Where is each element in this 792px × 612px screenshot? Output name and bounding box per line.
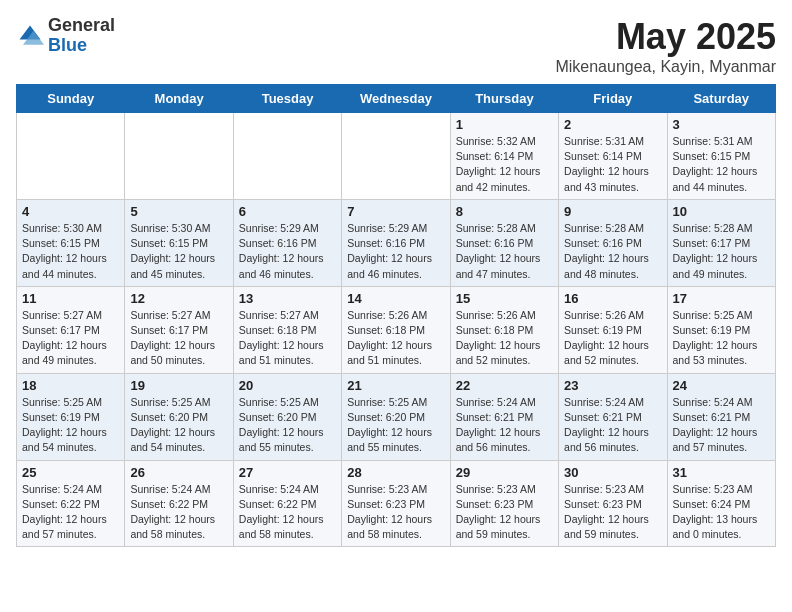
day-number: 13 [239, 291, 336, 306]
logo-icon [16, 22, 44, 50]
page-header: General Blue May 2025 Mikenaungea, Kayin… [16, 16, 776, 76]
day-number: 17 [673, 291, 770, 306]
calendar-cell: 30Sunrise: 5:23 AM Sunset: 6:23 PM Dayli… [559, 460, 667, 547]
calendar-cell: 28Sunrise: 5:23 AM Sunset: 6:23 PM Dayli… [342, 460, 450, 547]
day-number: 8 [456, 204, 553, 219]
day-number: 30 [564, 465, 661, 480]
day-number: 3 [673, 117, 770, 132]
calendar-cell: 10Sunrise: 5:28 AM Sunset: 6:17 PM Dayli… [667, 199, 775, 286]
calendar-week: 11Sunrise: 5:27 AM Sunset: 6:17 PM Dayli… [17, 286, 776, 373]
calendar-cell: 27Sunrise: 5:24 AM Sunset: 6:22 PM Dayli… [233, 460, 341, 547]
calendar-cell: 11Sunrise: 5:27 AM Sunset: 6:17 PM Dayli… [17, 286, 125, 373]
calendar-cell: 31Sunrise: 5:23 AM Sunset: 6:24 PM Dayli… [667, 460, 775, 547]
day-number: 22 [456, 378, 553, 393]
calendar-header: SundayMondayTuesdayWednesdayThursdayFrid… [17, 85, 776, 113]
calendar-cell: 14Sunrise: 5:26 AM Sunset: 6:18 PM Dayli… [342, 286, 450, 373]
day-info: Sunrise: 5:28 AM Sunset: 6:16 PM Dayligh… [564, 221, 661, 282]
day-number: 2 [564, 117, 661, 132]
day-info: Sunrise: 5:31 AM Sunset: 6:14 PM Dayligh… [564, 134, 661, 195]
day-number: 12 [130, 291, 227, 306]
calendar-table: SundayMondayTuesdayWednesdayThursdayFrid… [16, 84, 776, 547]
day-number: 19 [130, 378, 227, 393]
day-info: Sunrise: 5:27 AM Sunset: 6:17 PM Dayligh… [130, 308, 227, 369]
calendar-body: 1Sunrise: 5:32 AM Sunset: 6:14 PM Daylig… [17, 113, 776, 547]
day-number: 10 [673, 204, 770, 219]
calendar-cell [233, 113, 341, 200]
day-info: Sunrise: 5:25 AM Sunset: 6:20 PM Dayligh… [239, 395, 336, 456]
calendar-cell: 26Sunrise: 5:24 AM Sunset: 6:22 PM Dayli… [125, 460, 233, 547]
day-info: Sunrise: 5:28 AM Sunset: 6:17 PM Dayligh… [673, 221, 770, 282]
day-info: Sunrise: 5:24 AM Sunset: 6:21 PM Dayligh… [673, 395, 770, 456]
calendar-cell [17, 113, 125, 200]
calendar-cell: 18Sunrise: 5:25 AM Sunset: 6:19 PM Dayli… [17, 373, 125, 460]
calendar-cell: 20Sunrise: 5:25 AM Sunset: 6:20 PM Dayli… [233, 373, 341, 460]
calendar-cell: 9Sunrise: 5:28 AM Sunset: 6:16 PM Daylig… [559, 199, 667, 286]
day-info: Sunrise: 5:30 AM Sunset: 6:15 PM Dayligh… [130, 221, 227, 282]
day-info: Sunrise: 5:25 AM Sunset: 6:19 PM Dayligh… [673, 308, 770, 369]
day-number: 18 [22, 378, 119, 393]
day-info: Sunrise: 5:23 AM Sunset: 6:23 PM Dayligh… [347, 482, 444, 543]
day-number: 31 [673, 465, 770, 480]
calendar-cell: 23Sunrise: 5:24 AM Sunset: 6:21 PM Dayli… [559, 373, 667, 460]
calendar-cell: 24Sunrise: 5:24 AM Sunset: 6:21 PM Dayli… [667, 373, 775, 460]
weekday-header: Wednesday [342, 85, 450, 113]
calendar-cell: 22Sunrise: 5:24 AM Sunset: 6:21 PM Dayli… [450, 373, 558, 460]
weekday-header: Monday [125, 85, 233, 113]
calendar-cell: 8Sunrise: 5:28 AM Sunset: 6:16 PM Daylig… [450, 199, 558, 286]
calendar-cell [125, 113, 233, 200]
day-info: Sunrise: 5:24 AM Sunset: 6:22 PM Dayligh… [130, 482, 227, 543]
day-number: 25 [22, 465, 119, 480]
calendar-week: 1Sunrise: 5:32 AM Sunset: 6:14 PM Daylig… [17, 113, 776, 200]
header-row: SundayMondayTuesdayWednesdayThursdayFrid… [17, 85, 776, 113]
calendar-cell [342, 113, 450, 200]
title-block: May 2025 Mikenaungea, Kayin, Myanmar [555, 16, 776, 76]
calendar-cell: 21Sunrise: 5:25 AM Sunset: 6:20 PM Dayli… [342, 373, 450, 460]
day-info: Sunrise: 5:26 AM Sunset: 6:18 PM Dayligh… [347, 308, 444, 369]
weekday-header: Thursday [450, 85, 558, 113]
day-number: 26 [130, 465, 227, 480]
day-info: Sunrise: 5:24 AM Sunset: 6:21 PM Dayligh… [456, 395, 553, 456]
calendar-cell: 1Sunrise: 5:32 AM Sunset: 6:14 PM Daylig… [450, 113, 558, 200]
calendar-cell: 7Sunrise: 5:29 AM Sunset: 6:16 PM Daylig… [342, 199, 450, 286]
day-info: Sunrise: 5:27 AM Sunset: 6:17 PM Dayligh… [22, 308, 119, 369]
day-info: Sunrise: 5:24 AM Sunset: 6:22 PM Dayligh… [239, 482, 336, 543]
day-info: Sunrise: 5:25 AM Sunset: 6:19 PM Dayligh… [22, 395, 119, 456]
day-info: Sunrise: 5:25 AM Sunset: 6:20 PM Dayligh… [130, 395, 227, 456]
day-info: Sunrise: 5:31 AM Sunset: 6:15 PM Dayligh… [673, 134, 770, 195]
weekday-header: Sunday [17, 85, 125, 113]
logo-general: General [48, 16, 115, 36]
calendar-cell: 15Sunrise: 5:26 AM Sunset: 6:18 PM Dayli… [450, 286, 558, 373]
day-number: 28 [347, 465, 444, 480]
day-info: Sunrise: 5:24 AM Sunset: 6:22 PM Dayligh… [22, 482, 119, 543]
day-number: 11 [22, 291, 119, 306]
day-number: 16 [564, 291, 661, 306]
calendar-week: 4Sunrise: 5:30 AM Sunset: 6:15 PM Daylig… [17, 199, 776, 286]
day-info: Sunrise: 5:26 AM Sunset: 6:18 PM Dayligh… [456, 308, 553, 369]
calendar-cell: 2Sunrise: 5:31 AM Sunset: 6:14 PM Daylig… [559, 113, 667, 200]
day-info: Sunrise: 5:30 AM Sunset: 6:15 PM Dayligh… [22, 221, 119, 282]
calendar-cell: 6Sunrise: 5:29 AM Sunset: 6:16 PM Daylig… [233, 199, 341, 286]
calendar-week: 25Sunrise: 5:24 AM Sunset: 6:22 PM Dayli… [17, 460, 776, 547]
day-number: 9 [564, 204, 661, 219]
calendar-cell: 4Sunrise: 5:30 AM Sunset: 6:15 PM Daylig… [17, 199, 125, 286]
calendar-cell: 25Sunrise: 5:24 AM Sunset: 6:22 PM Dayli… [17, 460, 125, 547]
calendar-title: May 2025 [555, 16, 776, 58]
day-number: 15 [456, 291, 553, 306]
day-number: 5 [130, 204, 227, 219]
calendar-cell: 13Sunrise: 5:27 AM Sunset: 6:18 PM Dayli… [233, 286, 341, 373]
day-info: Sunrise: 5:29 AM Sunset: 6:16 PM Dayligh… [239, 221, 336, 282]
day-number: 14 [347, 291, 444, 306]
day-info: Sunrise: 5:23 AM Sunset: 6:23 PM Dayligh… [456, 482, 553, 543]
day-number: 20 [239, 378, 336, 393]
day-number: 29 [456, 465, 553, 480]
day-number: 21 [347, 378, 444, 393]
calendar-subtitle: Mikenaungea, Kayin, Myanmar [555, 58, 776, 76]
calendar-cell: 5Sunrise: 5:30 AM Sunset: 6:15 PM Daylig… [125, 199, 233, 286]
day-info: Sunrise: 5:32 AM Sunset: 6:14 PM Dayligh… [456, 134, 553, 195]
day-info: Sunrise: 5:26 AM Sunset: 6:19 PM Dayligh… [564, 308, 661, 369]
day-info: Sunrise: 5:27 AM Sunset: 6:18 PM Dayligh… [239, 308, 336, 369]
day-number: 7 [347, 204, 444, 219]
day-number: 4 [22, 204, 119, 219]
day-info: Sunrise: 5:28 AM Sunset: 6:16 PM Dayligh… [456, 221, 553, 282]
day-info: Sunrise: 5:25 AM Sunset: 6:20 PM Dayligh… [347, 395, 444, 456]
